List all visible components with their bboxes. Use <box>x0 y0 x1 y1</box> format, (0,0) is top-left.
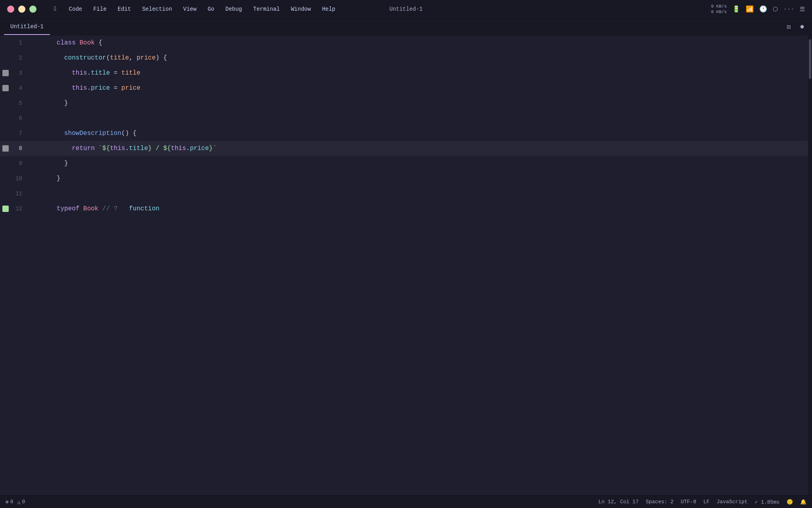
line-indicator-11 <box>0 186 11 201</box>
encoding[interactable]: UTF-8 <box>681 499 696 505</box>
timing: ✓ 1.85ms <box>755 499 779 505</box>
line-number-6: 6 <box>11 111 26 126</box>
line-indicator-2 <box>0 50 11 65</box>
titlebar:  Code File Edit Selection View Go Debug… <box>0 0 812 19</box>
spaces-setting[interactable]: Spaces: 2 <box>646 499 674 505</box>
line-number-11: 11 <box>11 186 26 201</box>
smiley-icon[interactable]: 🙂 <box>787 499 793 505</box>
error-count[interactable]: ⊗ 0 △ 0 <box>6 499 25 505</box>
breakpoint-dot[interactable] <box>2 145 9 152</box>
tab-untitled1[interactable]: Untitled-1 <box>4 19 50 35</box>
minimize-button[interactable] <box>18 6 25 13</box>
line-indicator-10 <box>0 171 11 186</box>
list-icon: ☰ <box>800 6 805 13</box>
error-icon: ⊗ <box>6 499 9 505</box>
line-content-12[interactable]: typeof Book // ? function <box>26 186 159 231</box>
tabbar-right: ⊡ ● <box>784 23 812 31</box>
statusbar: ⊗ 0 △ 0 Ln 12, Col 17 Spaces: 2 UTF-8 LF… <box>0 495 812 508</box>
menu-view[interactable]: View <box>178 0 202 18</box>
table-row: 12 typeof Book // ? function <box>0 201 808 216</box>
menu-window[interactable]: Window <box>285 0 316 18</box>
language-mode[interactable]: JavaScript <box>717 499 748 505</box>
line-number-1: 1 <box>11 35 26 50</box>
line-indicator-4 <box>0 81 11 96</box>
line-number-5: 5 <box>11 96 26 111</box>
line-indicator-1 <box>0 35 11 50</box>
line-number-8: 8 <box>11 141 26 156</box>
menu-bar:  Code File Edit Selection View Go Debug… <box>36 0 341 18</box>
line-indicator-5 <box>0 96 11 111</box>
network-stat: 0 KB/s 0 KB/s <box>711 4 727 15</box>
breakpoint-dot[interactable] <box>2 70 9 76</box>
line-number-4: 4 <box>11 81 26 96</box>
dot-icon[interactable]: ● <box>798 23 806 31</box>
warning-icon: △ <box>17 499 21 505</box>
statusbar-right: Ln 12, Col 17 Spaces: 2 UTF-8 LF JavaScr… <box>598 499 806 505</box>
table-row: 10 } <box>0 171 808 186</box>
split-editor-icon[interactable]: ⊡ <box>784 23 793 31</box>
menu-terminal[interactable]: Terminal <box>248 0 285 18</box>
line-indicator-3 <box>0 65 11 81</box>
line-number-12: 12 <box>11 201 26 216</box>
table-row: 9 } <box>0 156 808 171</box>
bell-icon[interactable]: 🔔 <box>800 499 806 505</box>
line-number-9: 9 <box>11 156 26 171</box>
code-lines[interactable]: 1 class Book { 2 constructor(title, pric… <box>0 35 808 495</box>
window-title: Untitled-1 <box>389 6 423 12</box>
line-indicator-7 <box>0 126 11 141</box>
editor-container: 1 class Book { 2 constructor(title, pric… <box>0 35 812 495</box>
table-row: 4 this.price = price <box>0 81 808 96</box>
line-number-2: 2 <box>11 50 26 65</box>
titlebar-right: 0 KB/s 0 KB/s 🔋 📶 🕐 ⬡ ··· ☰ <box>711 4 812 15</box>
menu-go[interactable]: Go <box>202 0 220 18</box>
menu-selection[interactable]: Selection <box>136 0 178 18</box>
scrollbar[interactable] <box>808 35 812 495</box>
maximize-button[interactable] <box>29 6 36 13</box>
table-row: 5 } <box>0 96 808 111</box>
statusbar-left: ⊗ 0 △ 0 <box>6 499 25 505</box>
wifi-icon: 📶 <box>746 5 754 13</box>
line-number-3: 3 <box>11 65 26 81</box>
table-row: 8 return `${this.title} / ${this.price}` <box>0 141 808 156</box>
tabbar: Untitled-1 ⊡ ● <box>0 19 812 35</box>
battery-icon: 🔋 <box>732 5 740 13</box>
menu-debug[interactable]: Debug <box>220 0 247 18</box>
clock-icon: 🕐 <box>759 5 767 13</box>
menu-edit[interactable]: Edit <box>112 0 137 18</box>
breakpoint-active-dot[interactable] <box>2 206 9 212</box>
cursor-position[interactable]: Ln 12, Col 17 <box>598 499 638 505</box>
line-indicator-8 <box>0 141 11 156</box>
line-indicator-6 <box>0 111 11 126</box>
more-icon: ··· <box>783 6 794 13</box>
eol[interactable]: LF <box>703 499 710 505</box>
scrollbar-thumb[interactable] <box>809 39 811 79</box>
line-indicator-12 <box>0 201 11 216</box>
finder-icon: ⬡ <box>773 6 778 13</box>
line-number-10: 10 <box>11 171 26 186</box>
menu-file[interactable]: File <box>88 0 112 18</box>
line-indicator-9 <box>0 156 11 171</box>
apple-menu[interactable]:  <box>48 0 63 18</box>
traffic-lights <box>0 6 36 13</box>
close-button[interactable] <box>7 6 14 13</box>
menu-help[interactable]: Help <box>316 0 341 18</box>
menu-code[interactable]: Code <box>63 0 88 18</box>
line-number-7: 7 <box>11 126 26 141</box>
breakpoint-dot[interactable] <box>2 85 9 91</box>
